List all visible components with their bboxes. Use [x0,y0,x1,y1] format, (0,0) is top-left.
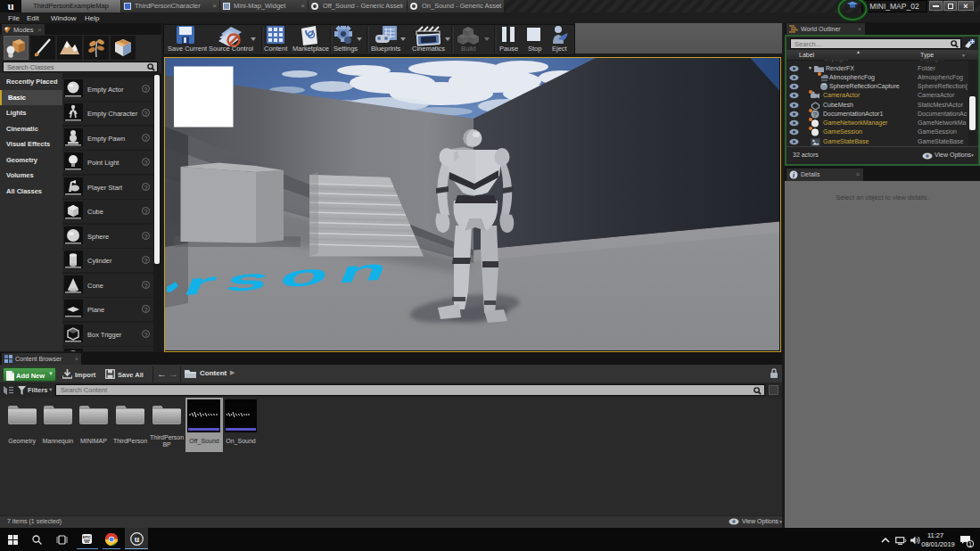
svg-text:EPIC: EPIC [83,535,91,539]
svg-text:1: 1 [968,541,972,547]
svg-text:?: ? [813,111,818,119]
svg-text:u: u [135,534,140,544]
